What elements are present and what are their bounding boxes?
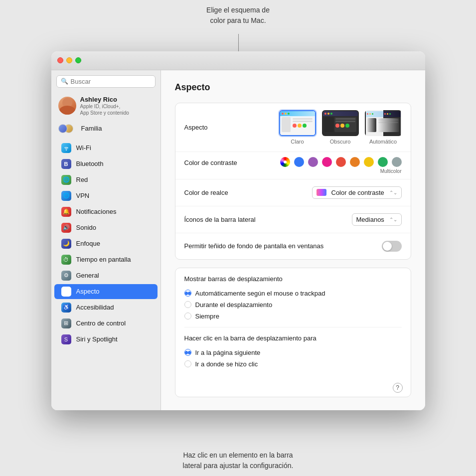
sidebar-item-tiempo[interactable]: ⏱ Tiempo en pantalla [54, 252, 158, 267]
sidebar-item-general[interactable]: ⚙ General [54, 268, 158, 283]
sidebar-item-label: Aspecto [76, 288, 100, 295]
sound-icon: 🔊 [61, 223, 71, 233]
aspecto-control: Claro [274, 110, 402, 145]
radio-item-donde[interactable]: Ir a donde se hizo clic [184, 360, 402, 368]
sidebar-item-enfoque[interactable]: 🌙 Enfoque [54, 236, 158, 251]
radio-btn-auto[interactable] [184, 290, 191, 297]
radio-btn-siempre[interactable] [184, 313, 191, 319]
sidebar-item-label: VPN [76, 192, 90, 199]
thumb-obscuro[interactable] [322, 110, 359, 136]
fondo-pantalla-control [323, 241, 401, 252]
sidebar-item-siri[interactable]: S Siri y Spotlight [54, 332, 158, 347]
user-info: Ashley Rico Apple ID, iCloud+,App Store … [80, 96, 129, 116]
radio-btn-donde[interactable] [184, 360, 191, 367]
window-body: 🔍 Ashley Rico Apple ID, iCloud+,App Stor… [51, 70, 425, 410]
settings-window: 🔍 Ashley Rico Apple ID, iCloud+,App Stor… [51, 51, 425, 410]
radio-item-durante[interactable]: Durante el desplazamiento [184, 301, 402, 309]
fondo-pantalla-toggle[interactable] [382, 241, 402, 252]
clic-barra-group: Hacer clic en la barra de desplazamiento… [175, 327, 411, 375]
appearance-option-claro[interactable]: Claro [279, 110, 316, 145]
iconos-barra-value: Medianos [356, 216, 384, 223]
iconos-barra-dropdown[interactable]: Medianos ⌃⌄ [352, 213, 402, 226]
color-realce-value: Color de contraste [331, 189, 384, 196]
sidebar-item-control[interactable]: ⊞ Centro de control [54, 316, 158, 331]
color-circle-green[interactable] [378, 157, 388, 167]
appearance-label-obscuro: Obscuro [330, 139, 351, 145]
search-box[interactable]: 🔍 [56, 75, 156, 88]
radio-item-siempre[interactable]: Siempre [184, 313, 402, 320]
clic-barra-title: Hacer clic en la barra de desplazamiento… [184, 334, 402, 342]
sidebar-item-label: Accesibilidad [76, 304, 114, 311]
color-circle-red[interactable] [336, 157, 346, 167]
maximize-button[interactable] [75, 57, 81, 63]
color-circle-gray[interactable] [392, 157, 402, 167]
radio-btn-pagina[interactable] [184, 349, 191, 356]
sidebar-item-bluetooth[interactable]: B Bluetooth [54, 157, 158, 171]
thumb-claro[interactable] [279, 110, 316, 136]
mostrar-barras-group: Mostrar barras de desplazamiento Automát… [175, 268, 411, 327]
focus-icon: 🌙 [61, 239, 71, 249]
aspecto-row: Aspecto [175, 103, 411, 152]
avatar [58, 97, 76, 115]
sidebar-item-wifi[interactable]: Wi-Fi [54, 141, 158, 156]
annotation-bottom: Haz clic en un elemento en la barra late… [183, 450, 294, 471]
settings-block-appearance: Aspecto [175, 103, 411, 260]
appearance-label-automatico: Automático [369, 139, 397, 145]
sidebar-item-vpn[interactable]: 🌐 VPN [54, 188, 158, 203]
search-container: 🔍 [51, 75, 160, 93]
vpn-icon: 🌐 [61, 191, 71, 201]
radio-label-pagina: Ir a la página siguiente [195, 349, 261, 356]
mostrar-barras-title: Mostrar barras de desplazamiento [184, 275, 402, 283]
sidebar-item-sonido[interactable]: 🔊 Sonido [54, 220, 158, 235]
sidebar-item-aspecto[interactable]: Aspecto [54, 284, 158, 299]
user-name: Ashley Rico [80, 96, 129, 103]
radio-item-pagina[interactable]: Ir a la página siguiente [184, 349, 402, 356]
settings-block-scrollbars: Mostrar barras de desplazamiento Automát… [175, 268, 411, 397]
sidebar-item-label: Sonido [76, 224, 96, 231]
user-profile[interactable]: Ashley Rico Apple ID, iCloud+,App Store … [51, 93, 160, 119]
appearance-label-claro: Claro [291, 139, 304, 145]
radio-label-auto: Automáticamente según el mouse o trackpa… [195, 290, 325, 297]
sidebar-item-red[interactable]: 🌐 Red [54, 172, 158, 187]
color-realce-dropdown[interactable]: Color de contraste ⌃⌄ [312, 186, 402, 199]
color-circle-multicolor[interactable] [280, 157, 290, 167]
appearance-option-automatico[interactable]: Automático [365, 110, 402, 145]
chevron-down-icon: ⌃⌄ [389, 190, 397, 195]
color-circle-orange[interactable] [350, 157, 360, 167]
aspecto-label: Aspecto [184, 124, 274, 131]
iconos-barra-control: Medianos ⌃⌄ [274, 213, 402, 226]
annotation-top: Elige el esquema de color para tu Mac. [206, 5, 270, 26]
sidebar-item-label: Siri y Spotlight [76, 335, 118, 343]
general-icon: ⚙ [61, 271, 71, 281]
page-title: Aspecto [175, 82, 411, 93]
sidebar: 🔍 Ashley Rico Apple ID, iCloud+,App Stor… [51, 70, 161, 410]
chevron-updown-icon: ⌃⌄ [389, 217, 397, 222]
thumb-automatico[interactable] [365, 110, 402, 136]
radio-btn-durante[interactable] [184, 301, 191, 308]
fondo-pantalla-label: Permitir teñido de fondo de pantalla en … [184, 242, 324, 250]
color-circle-yellow[interactable] [364, 157, 374, 167]
access-icon: ♿ [61, 303, 71, 313]
color-circle-pink[interactable] [322, 157, 332, 167]
main-content: Aspecto Aspecto [161, 70, 425, 410]
appearance-option-obscuro[interactable]: Obscuro [322, 110, 359, 145]
color-circle-blue[interactable] [294, 157, 304, 167]
radio-item-auto[interactable]: Automáticamente según el mouse o trackpa… [184, 290, 402, 297]
color-circle-purple[interactable] [308, 157, 318, 167]
familia-avatars [58, 124, 73, 133]
aspect-icon [61, 287, 71, 297]
iconos-barra-label: Íconos de la barra lateral [184, 216, 274, 223]
sidebar-item-familia[interactable]: Familia [51, 121, 160, 136]
radio-label-siempre: Siempre [195, 313, 219, 320]
search-icon: 🔍 [61, 78, 68, 85]
titlebar [51, 51, 425, 70]
help-button[interactable]: ? [393, 383, 403, 393]
sidebar-item-notificaciones[interactable]: 🔔 Notificaciones [54, 204, 158, 219]
color-realce-row: Color de realce Color de contraste ⌃⌄ [175, 179, 411, 206]
sidebar-item-accesibilidad[interactable]: ♿ Accesibilidad [54, 300, 158, 315]
radio-label-donde: Ir a donde se hizo clic [195, 360, 258, 368]
close-button[interactable] [57, 57, 63, 63]
control-icon: ⊞ [61, 318, 71, 328]
search-input[interactable] [71, 78, 151, 85]
minimize-button[interactable] [66, 57, 72, 63]
